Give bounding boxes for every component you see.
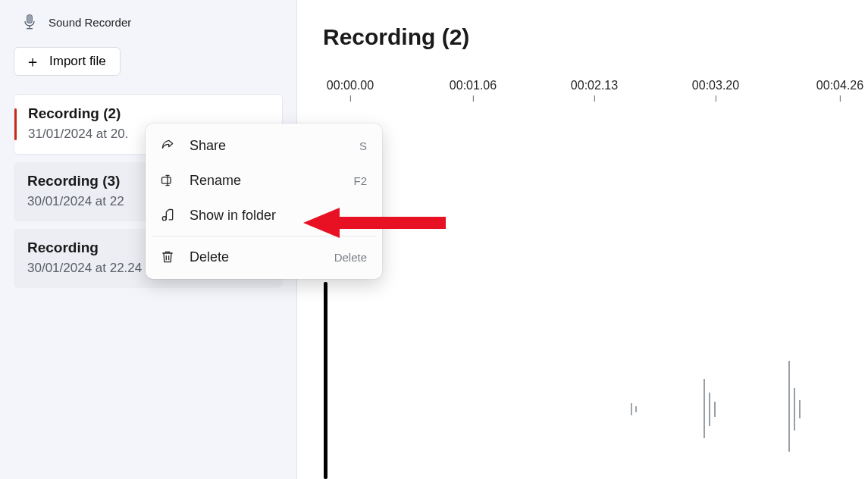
tick-mark-icon bbox=[594, 95, 595, 102]
tick-mark-icon bbox=[350, 95, 351, 102]
context-menu-label: Delete bbox=[190, 249, 321, 265]
context-menu: Share S Rename F2 Show in folder Delete … bbox=[146, 124, 382, 279]
context-menu-share[interactable]: Share S bbox=[146, 128, 382, 163]
waveform-bar bbox=[631, 403, 632, 415]
context-menu-rename[interactable]: Rename F2 bbox=[146, 163, 382, 198]
timeline-tick: 00:00.00 bbox=[327, 79, 374, 92]
recording-date: 30/01/2024 at 22.24 bbox=[27, 261, 142, 276]
context-menu-shortcut: Delete bbox=[334, 251, 367, 264]
folder-icon bbox=[159, 207, 176, 224]
context-menu-label: Show in folder bbox=[190, 208, 353, 224]
svg-rect-1 bbox=[27, 15, 32, 23]
context-menu-delete[interactable]: Delete Delete bbox=[146, 240, 382, 274]
waveform-bar bbox=[799, 400, 801, 418]
tick-mark-icon bbox=[840, 95, 841, 102]
context-menu-label: Share bbox=[190, 138, 346, 154]
import-file-button[interactable]: ＋ Import file bbox=[14, 47, 121, 76]
context-menu-shortcut: S bbox=[359, 139, 367, 152]
recording-name: Recording (2) bbox=[28, 105, 268, 122]
svg-rect-2 bbox=[29, 26, 30, 28]
rename-icon bbox=[159, 172, 176, 189]
svg-rect-4 bbox=[162, 177, 171, 183]
import-file-label: Import file bbox=[49, 54, 106, 69]
timeline-tick: 00:01.06 bbox=[450, 79, 497, 92]
context-menu-shortcut: F2 bbox=[353, 174, 367, 187]
main-panel: Recording (2) 00:00.00 00:01.06 00:02.13… bbox=[297, 0, 868, 479]
timeline-ruler: 00:00.00 00:01.06 00:02.13 00:03.20 00:0… bbox=[323, 79, 868, 109]
recording-date: 31/01/2024 at 20. bbox=[28, 127, 128, 142]
tick-mark-icon bbox=[716, 95, 716, 102]
waveform-bar bbox=[709, 393, 710, 426]
timeline-tick: 00:03.20 bbox=[692, 79, 739, 92]
app-header: Sound Recorder bbox=[14, 14, 283, 30]
waveform-bar bbox=[714, 402, 716, 417]
waveform-bar bbox=[794, 388, 795, 430]
context-menu-separator bbox=[152, 236, 376, 236]
app-title: Sound Recorder bbox=[49, 16, 131, 29]
waveform-bar bbox=[635, 406, 637, 412]
context-menu-show-in-folder[interactable]: Show in folder bbox=[146, 198, 382, 233]
plus-icon: ＋ bbox=[25, 54, 40, 69]
playhead[interactable] bbox=[324, 282, 327, 479]
trash-icon bbox=[159, 249, 176, 265]
timeline-tick: 00:04.26 bbox=[816, 79, 863, 92]
page-title: Recording (2) bbox=[323, 24, 868, 50]
timeline-tick: 00:02.13 bbox=[571, 79, 618, 92]
waveform-bar bbox=[788, 361, 790, 452]
share-icon bbox=[159, 137, 176, 154]
microphone-icon bbox=[23, 14, 36, 30]
context-menu-label: Rename bbox=[190, 173, 340, 189]
svg-rect-3 bbox=[27, 28, 33, 29]
recording-date: 30/01/2024 at 22 bbox=[27, 194, 124, 209]
tick-mark-icon bbox=[473, 95, 474, 102]
waveform-bar bbox=[703, 379, 705, 438]
waveform-baseline bbox=[326, 409, 868, 411]
